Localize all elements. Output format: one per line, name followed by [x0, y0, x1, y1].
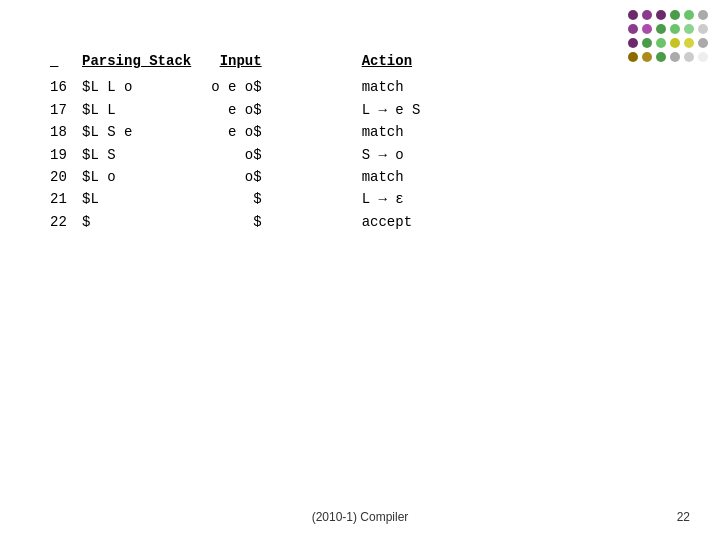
- dot-2: [656, 10, 666, 20]
- dot-13: [642, 38, 652, 48]
- row-17-stack: $L L: [82, 99, 191, 121]
- dot-17: [698, 38, 708, 48]
- dot-11: [698, 24, 708, 34]
- stack-header: Parsing Stack: [82, 50, 191, 72]
- dot-22: [684, 52, 694, 62]
- dot-15: [670, 38, 680, 48]
- dot-6: [628, 24, 638, 34]
- row-20-action: match: [362, 166, 422, 188]
- row-21-action: L → ε: [362, 188, 422, 210]
- main-content: 16 17 18 19 20 21 22 Parsing Stack $L L …: [50, 50, 630, 233]
- col-stack: Parsing Stack $L L o $L L $L S e $L S $L…: [82, 50, 211, 233]
- row-18-num: 18: [50, 121, 78, 143]
- col-action: Action match L → e S match S → o match L…: [302, 50, 422, 233]
- row-18-input: e o$: [211, 121, 261, 143]
- row-20-stack: $L o: [82, 166, 191, 188]
- row-17-action: L → e S: [362, 99, 422, 121]
- row-21-num: 21: [50, 188, 78, 210]
- row-16-num: 16: [50, 76, 78, 98]
- col-numbers: 16 17 18 19 20 21 22: [50, 50, 82, 233]
- dot-16: [684, 38, 694, 48]
- row-20-input: o$: [211, 166, 261, 188]
- footer-text: (2010-1) Compiler: [312, 510, 409, 524]
- row-22-action: accept: [362, 211, 422, 233]
- dot-5: [698, 10, 708, 20]
- dot-21: [670, 52, 680, 62]
- row-18-action: match: [362, 121, 422, 143]
- row-16-action: match: [362, 76, 422, 98]
- col-input: Input o e o$ e o$ e o$ o$ o$ $ $: [211, 50, 301, 233]
- dot-19: [642, 52, 652, 62]
- input-header: Input: [211, 50, 261, 72]
- row-22-stack: $: [82, 211, 191, 233]
- dot-20: [656, 52, 666, 62]
- dot-4: [684, 10, 694, 20]
- dot-8: [656, 24, 666, 34]
- action-header: Action: [362, 50, 422, 72]
- row-22-input: $: [211, 211, 261, 233]
- decorative-dots: [628, 10, 710, 64]
- row-22-num: 22: [50, 211, 78, 233]
- dot-23: [698, 52, 708, 62]
- dot-7: [642, 24, 652, 34]
- dot-10: [684, 24, 694, 34]
- row-17-num: 17: [50, 99, 78, 121]
- row-18-stack: $L S e: [82, 121, 191, 143]
- row-17-input: e o$: [211, 99, 261, 121]
- row-19-num: 19: [50, 144, 78, 166]
- numbers-header: [50, 50, 78, 72]
- dot-1: [642, 10, 652, 20]
- parsing-table: 16 17 18 19 20 21 22 Parsing Stack $L L …: [50, 50, 630, 233]
- dot-0: [628, 10, 638, 20]
- row-19-input: o$: [211, 144, 261, 166]
- page-number: 22: [677, 510, 690, 524]
- row-19-action: S → o: [362, 144, 422, 166]
- dot-12: [628, 38, 638, 48]
- row-19-stack: $L S: [82, 144, 191, 166]
- row-20-num: 20: [50, 166, 78, 188]
- row-21-input: $: [211, 188, 261, 210]
- dot-14: [656, 38, 666, 48]
- dot-3: [670, 10, 680, 20]
- row-21-stack: $L: [82, 188, 191, 210]
- dot-9: [670, 24, 680, 34]
- row-16-stack: $L L o: [82, 76, 191, 98]
- row-16-input: o e o$: [211, 76, 261, 98]
